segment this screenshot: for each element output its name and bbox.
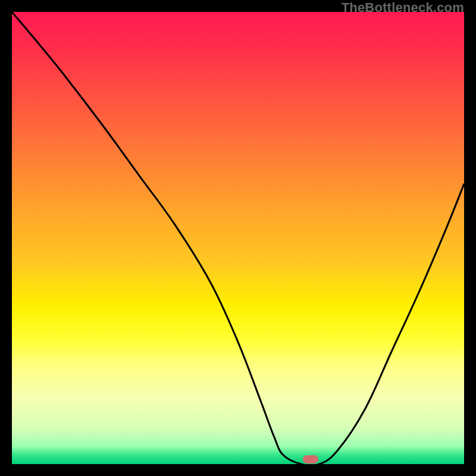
optimum-marker: [303, 455, 318, 464]
credit-label: TheBottleneck.com: [342, 0, 464, 15]
bottleneck-curve-path: [12, 12, 464, 464]
bottleneck-chart: [12, 12, 464, 464]
curve-layer: [12, 12, 464, 464]
